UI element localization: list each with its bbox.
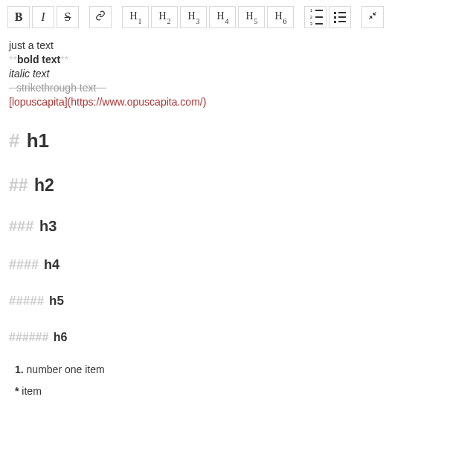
collapse-icon	[367, 10, 378, 24]
italic-button[interactable]: I	[32, 6, 54, 28]
text-line-italic: italic text	[9, 67, 467, 81]
h5-text: h5	[45, 294, 64, 308]
bold-text: bold text	[17, 54, 60, 65]
collapse-button[interactable]	[361, 6, 384, 28]
h3-text: h3	[35, 218, 57, 234]
ordered-list-icon: 1 2 3	[309, 8, 321, 26]
h4-icon: H4	[216, 10, 228, 24]
h4-hash: ####	[9, 257, 39, 272]
ordered-list-item: 1. number one item	[15, 363, 467, 377]
h6-button[interactable]: H6	[267, 6, 294, 28]
h5-hash: #####	[9, 294, 44, 308]
h1-text: h1	[21, 129, 49, 152]
toolbar-group-view	[361, 6, 384, 28]
toolbar-group-lists: 1 2 3	[304, 6, 351, 28]
h4-button[interactable]: H4	[209, 6, 236, 28]
toolbar-group-text: B I S	[7, 6, 79, 28]
h1-hash: #	[9, 129, 19, 152]
heading-5: ##### h5	[9, 293, 467, 310]
h2-hash: ##	[9, 175, 28, 195]
toolbar: B I S H1 H2 H3 H4 H5 H6 1 2 3	[0, 0, 476, 34]
h6-text: h6	[50, 331, 67, 343]
heading-1: # h1	[9, 128, 467, 154]
unordered-list-icon	[334, 12, 346, 23]
h1-button[interactable]: H1	[122, 6, 149, 28]
editor-area[interactable]: just a text **bold text** italic text st…	[0, 34, 476, 407]
text-line-strike: strikethrough text	[9, 81, 467, 95]
list-block: 1. number one item * item	[9, 363, 467, 398]
ol-number: 1.	[15, 364, 24, 375]
bold-marker-open: **	[9, 54, 17, 65]
h1-icon: H1	[129, 10, 141, 24]
h6-hash: ######	[9, 331, 48, 343]
h4-text: h4	[40, 257, 60, 272]
h2-button[interactable]: H2	[151, 6, 178, 28]
italic-icon: I	[41, 10, 45, 24]
strike-text: strikethrough text	[16, 81, 96, 95]
text-line-plain: just a text	[9, 39, 467, 53]
ul-text: item	[19, 385, 41, 397]
unordered-list-button[interactable]	[329, 6, 351, 28]
ordered-list-button[interactable]: 1 2 3	[304, 6, 327, 28]
toolbar-group-headings: H1 H2 H3 H4 H5 H6	[122, 6, 294, 28]
text-line-link: [lopuscapita](https://www.opuscapita.com…	[9, 95, 467, 109]
toolbar-group-link	[89, 6, 112, 28]
bold-marker-close: **	[60, 54, 68, 65]
heading-2: ## h2	[9, 174, 467, 197]
heading-3: ### h3	[9, 216, 467, 236]
link-button[interactable]	[89, 6, 112, 28]
h3-button[interactable]: H3	[180, 6, 207, 28]
h6-icon: H6	[274, 10, 286, 24]
strike-button[interactable]: S	[57, 6, 79, 28]
heading-6: ###### h6	[9, 329, 467, 346]
heading-4: #### h4	[9, 256, 467, 274]
bold-button[interactable]: B	[7, 6, 30, 28]
h2-icon: H2	[158, 10, 170, 24]
bold-icon: B	[15, 10, 23, 24]
h3-icon: H3	[187, 10, 199, 24]
h3-hash: ###	[9, 218, 33, 234]
h5-icon: H5	[245, 10, 257, 24]
h5-button[interactable]: H5	[238, 6, 265, 28]
h2-text: h2	[30, 175, 54, 195]
text-line-bold: **bold text**	[9, 53, 467, 67]
strike-icon: S	[65, 10, 71, 24]
unordered-list-item: * item	[15, 384, 467, 398]
link-icon	[95, 10, 106, 24]
ol-text: number one item	[24, 364, 105, 375]
